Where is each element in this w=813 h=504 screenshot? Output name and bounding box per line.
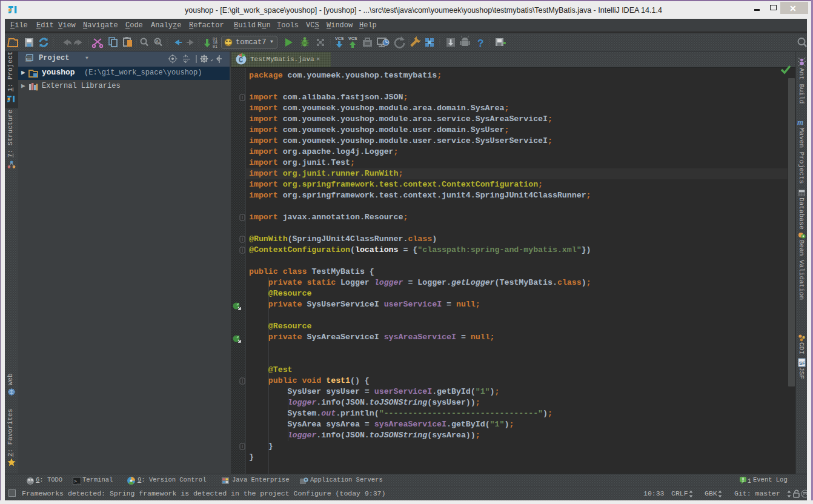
svg-text:01: 01 xyxy=(213,45,217,49)
svg-text:A: A xyxy=(156,39,159,44)
svg-text:SF: SF xyxy=(799,360,805,366)
svg-text:C: C xyxy=(239,56,243,65)
svg-text:VCS: VCS xyxy=(348,36,357,41)
svg-text:?: ? xyxy=(477,38,483,49)
svg-text:VCS: VCS xyxy=(335,36,344,41)
svg-text:>_: >_ xyxy=(74,479,80,484)
